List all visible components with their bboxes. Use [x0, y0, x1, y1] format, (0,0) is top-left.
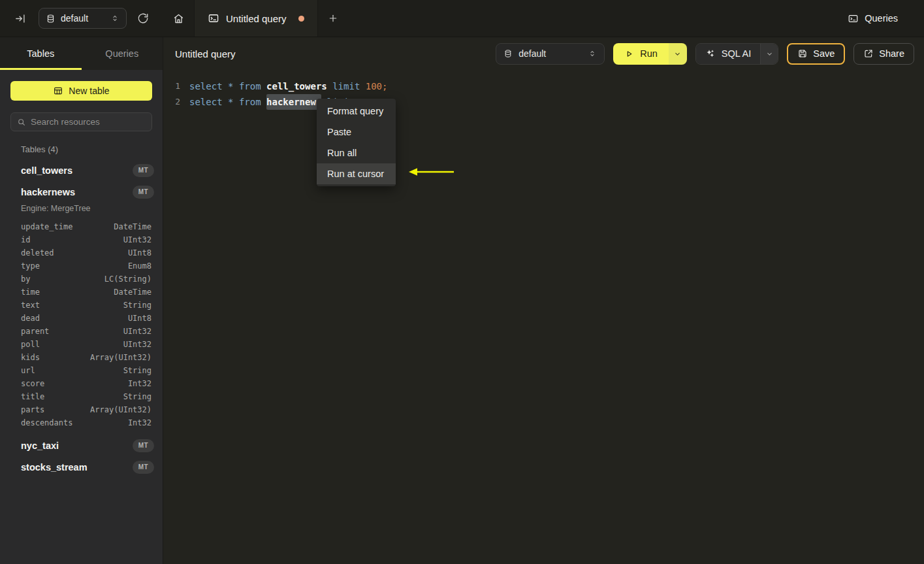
table-row-cell-towers[interactable]: cell_towers MT — [0, 159, 163, 181]
search-input[interactable] — [31, 117, 146, 127]
menu-item-paste[interactable]: Paste — [317, 122, 396, 142]
run-button[interactable]: Run — [613, 43, 669, 65]
play-icon — [624, 49, 634, 59]
column-row: parentUInt32 — [0, 325, 163, 338]
column-type: String — [123, 366, 151, 375]
refresh-icon[interactable] — [137, 12, 149, 24]
column-name: score — [21, 379, 44, 388]
column-name: parts — [21, 405, 44, 414]
editor-database-selector[interactable]: default — [496, 43, 605, 65]
sql-editor[interactable]: 1select * from cell_towers limit 100; 2s… — [163, 70, 924, 110]
database-selector-value: default — [61, 13, 88, 24]
table-row-nyc-taxi[interactable]: nyc_taxi MT — [0, 435, 163, 456]
sql-ai-label: SQL AI — [722, 48, 751, 59]
tab-untitled-query[interactable]: Untitled query — [194, 0, 318, 37]
column-name: type — [21, 261, 40, 271]
menu-item-run-at-cursor[interactable]: Run at cursor — [317, 163, 396, 184]
table-row-stocks-stream[interactable]: stocks_stream MT — [0, 456, 163, 478]
collapse-sidebar-icon[interactable] — [14, 12, 27, 25]
column-name: deleted — [21, 248, 54, 257]
sidebar: Tables Queries New table — [0, 37, 163, 564]
sparkles-icon — [705, 48, 716, 59]
home-icon[interactable] — [163, 0, 194, 37]
sql-ai-button[interactable]: SQL AI — [696, 44, 760, 64]
column-row: pollUInt32 — [0, 338, 163, 351]
column-type: UInt8 — [128, 314, 151, 323]
column-name: by — [21, 274, 30, 284]
editor-database-value: default — [518, 48, 546, 59]
chevron-updown-icon — [110, 14, 119, 23]
query-title: Untitled query — [175, 48, 236, 59]
run-button-group: Run — [613, 43, 687, 65]
column-name: parent — [21, 327, 49, 336]
sidebar-body: New table Tables (4) cell_towers MT hack… — [0, 70, 163, 564]
column-row: descendantsInt32 — [0, 416, 163, 429]
menu-item-run-all[interactable]: Run all — [317, 142, 396, 163]
column-row: timeDateTime — [0, 286, 163, 299]
sidebar-tab-queries[interactable]: Queries — [82, 37, 163, 70]
table-name: stocks_stream — [21, 462, 88, 473]
terminal-icon — [848, 13, 859, 24]
menu-item-format-query[interactable]: Format query — [317, 101, 396, 122]
engine-badge: MT — [133, 439, 154, 452]
run-options-dropdown[interactable] — [669, 43, 687, 65]
column-row: titleString — [0, 390, 163, 403]
editor-pane: Untitled query default — [163, 37, 924, 564]
code-line-2: 2select * from hackernews limit 1000 — [163, 94, 924, 110]
search-icon — [17, 118, 26, 127]
unsaved-dot — [298, 16, 304, 22]
chevron-updown-icon — [588, 49, 597, 58]
share-button[interactable]: Share — [853, 43, 914, 65]
table-row-hackernews[interactable]: hackernews MT — [0, 181, 163, 203]
column-row: deletedUInt8 — [0, 246, 163, 259]
column-type: LC(String) — [104, 274, 151, 284]
line-number: 2 — [163, 94, 180, 110]
column-row: scoreInt32 — [0, 377, 163, 390]
tab-strip: Untitled query Queries — [163, 0, 924, 37]
new-table-button[interactable]: New table — [10, 81, 152, 101]
selected-text: hackernews — [266, 94, 321, 110]
table-name: cell_towers — [21, 165, 72, 176]
column-row: kidsArray(UInt32) — [0, 351, 163, 364]
database-icon — [46, 14, 56, 24]
sql-ai-dropdown[interactable] — [760, 44, 778, 64]
column-type: DateTime — [114, 288, 151, 297]
database-icon — [503, 49, 513, 58]
column-type: Int32 — [128, 418, 151, 427]
column-name: kids — [21, 353, 40, 362]
column-row: urlString — [0, 364, 163, 377]
sidebar-tab-tables[interactable]: Tables — [0, 37, 82, 70]
column-list: update_timeDateTime idUInt32 deletedUInt… — [0, 220, 163, 429]
editor-header: Untitled query default — [163, 37, 924, 70]
column-type: UInt32 — [123, 327, 151, 336]
column-type: String — [123, 301, 151, 310]
column-type: UInt32 — [123, 235, 151, 244]
column-type: DateTime — [114, 222, 151, 231]
column-name: dead — [21, 314, 40, 323]
column-row: deadUInt8 — [0, 312, 163, 325]
column-type: UInt8 — [128, 248, 151, 257]
save-button[interactable]: Save — [787, 43, 845, 65]
database-selector[interactable]: default — [39, 8, 127, 29]
code-line-1: 1select * from cell_towers limit 100; — [163, 78, 924, 94]
column-row: update_timeDateTime — [0, 220, 163, 233]
column-type: String — [123, 392, 151, 401]
queries-button[interactable]: Queries — [848, 0, 924, 37]
top-bar: default — [0, 0, 924, 37]
column-name: time — [21, 288, 40, 297]
run-button-label: Run — [640, 48, 658, 59]
new-table-label: New table — [69, 86, 109, 96]
column-type: Array(UInt32) — [90, 405, 151, 414]
new-tab-plus-icon[interactable] — [318, 0, 348, 37]
engine-badge: MT — [133, 461, 154, 474]
column-name: descendants — [21, 418, 72, 427]
column-row: partsArray(UInt32) — [0, 403, 163, 416]
share-button-label: Share — [879, 48, 904, 59]
column-name: poll — [21, 340, 40, 349]
column-type: Array(UInt32) — [90, 353, 151, 362]
table-name: hackernews — [21, 187, 75, 197]
search-box — [10, 112, 152, 131]
save-icon — [797, 48, 808, 59]
annotation-arrow-icon — [407, 167, 456, 177]
sql-ai-button-group: SQL AI — [695, 43, 778, 65]
